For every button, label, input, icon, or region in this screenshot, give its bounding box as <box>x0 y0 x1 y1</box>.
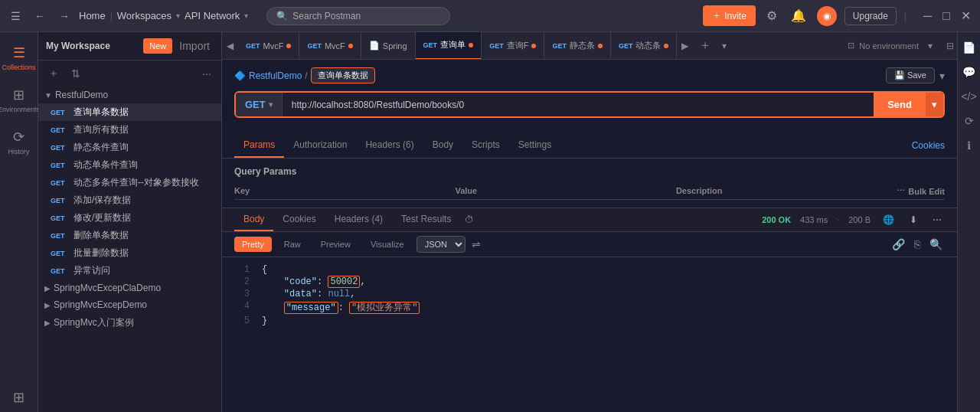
list-item[interactable]: GET 批量删除数据 <box>38 244 221 262</box>
docs-button[interactable]: 📄 <box>959 38 978 57</box>
sort-button[interactable]: ⇅ <box>67 66 84 81</box>
tab-prev-button[interactable]: ◀ <box>222 32 238 60</box>
res-tab-headers[interactable]: Headers (4) <box>325 208 392 231</box>
tab-params[interactable]: Params <box>234 133 284 158</box>
forward-button[interactable]: → <box>54 7 74 25</box>
tab-add-button[interactable]: ＋ <box>693 38 717 54</box>
comments-button[interactable]: 💬 <box>959 63 978 81</box>
list-item[interactable]: GET 修改/更新数据 <box>38 209 221 227</box>
link-button[interactable]: 🔗 <box>890 236 907 253</box>
copy-button[interactable]: ⎘ <box>912 236 923 253</box>
maximize-button[interactable]: □ <box>939 8 953 23</box>
workspaces-menu[interactable]: Workspaces <box>117 10 172 21</box>
save-button[interactable]: 💾 Save <box>886 67 935 83</box>
list-item[interactable]: GET 添加/保存数据 <box>38 191 221 209</box>
format-select[interactable]: JSON XML HTML Text <box>416 236 466 253</box>
res-tab-cookies[interactable]: Cookies <box>273 208 325 231</box>
bulk-edit-label: Bulk Edit <box>908 187 945 196</box>
add-collection-button[interactable]: ＋ <box>44 65 63 82</box>
tab-more-button[interactable]: ▾ <box>717 32 731 60</box>
method-select[interactable]: GET ▾ <box>236 93 283 116</box>
menu-button[interactable]: ☰ <box>6 7 25 25</box>
upgrade-button[interactable]: Upgrade <box>844 7 897 25</box>
breadcrumb-base[interactable]: RestfulDemo <box>249 70 302 81</box>
save-dropdown[interactable]: ▾ <box>939 67 945 83</box>
tab-headers[interactable]: Headers (6) <box>356 133 423 158</box>
sidebar-item-collections[interactable]: ☰ Collections <box>2 38 36 77</box>
import-button[interactable]: Import <box>175 38 214 54</box>
search-response-button[interactable]: 🔍 <box>927 236 945 253</box>
list-item[interactable]: GET 异常访问 <box>38 262 221 280</box>
code-button[interactable]: </> <box>958 87 979 106</box>
minimize-button[interactable]: ─ <box>920 8 935 23</box>
tab-item[interactable]: GET 静态条 <box>544 32 611 60</box>
res-tab-body[interactable]: Body <box>234 208 273 231</box>
send-button[interactable]: Send <box>874 93 926 116</box>
more-options-button[interactable]: ··· <box>198 66 215 81</box>
tab-scripts[interactable]: Scripts <box>462 133 509 158</box>
home-link[interactable]: Home <box>79 10 106 21</box>
url-bar: GET ▾ Send ▾ <box>234 91 945 118</box>
collections-panel: My Workspace New Import ＋ ⇅ ··· ▼ Restfu… <box>38 32 222 412</box>
list-item[interactable]: GET 动态单条件查询 <box>38 156 221 174</box>
tab-item[interactable]: GET 查询F <box>482 32 544 60</box>
new-button[interactable]: New <box>143 38 172 54</box>
invite-button[interactable]: ＋ Invite <box>703 5 756 26</box>
globe-icon[interactable]: 🌐 <box>880 211 897 228</box>
search-placeholder: Search Postman <box>292 11 361 21</box>
back-button[interactable]: ← <box>30 7 50 25</box>
bulk-edit-button[interactable]: ⋯ Bulk Edit <box>897 186 945 196</box>
download-icon[interactable]: ⬇ <box>906 211 920 228</box>
tab-item[interactable]: GET 动态条 <box>611 32 678 60</box>
collection-folder-springmvcexcepdemo[interactable]: ▶ SpringMvcExcepDemo <box>38 296 221 313</box>
collection-folder-springmvcexcepclademo[interactable]: ▶ SpringMvcExcepClaDemo <box>38 280 221 296</box>
api-network-menu[interactable]: API Network <box>185 10 240 21</box>
line-content: "data": null, <box>262 289 355 299</box>
send-dropdown-button[interactable]: ▾ <box>926 93 943 116</box>
res-tab-test-results[interactable]: Test Results <box>392 208 460 231</box>
url-input[interactable] <box>283 93 874 116</box>
response-more-button[interactable]: ⋯ <box>929 211 945 228</box>
search-bar[interactable]: 🔍 Search Postman <box>266 7 450 25</box>
tab-item[interactable]: GET MvcF <box>238 32 299 60</box>
pretty-button[interactable]: Pretty <box>234 237 272 252</box>
env-dropdown[interactable]: ▾ <box>923 32 937 60</box>
list-item[interactable]: GET 删除单条数据 <box>38 227 221 244</box>
tab-item-spring[interactable]: 📄 Spring <box>361 32 416 60</box>
profile-button[interactable]: ◉ <box>817 6 837 26</box>
tab-label: MvcF <box>263 41 284 51</box>
close-button[interactable]: ✕ <box>958 8 974 23</box>
tab-authorization[interactable]: Authorization <box>284 133 356 158</box>
editor-toggle-button[interactable]: ⊟ <box>943 38 957 54</box>
method-badge: GET <box>51 109 69 116</box>
collection-folder-restfuldemo[interactable]: ▼ RestfulDemo <box>38 87 221 103</box>
collection-folder-springmvc[interactable]: ▶ SpringMvc入门案例 <box>38 313 221 332</box>
tab-item-active[interactable]: GET 查询单 <box>416 32 482 60</box>
sidebar-item-apps[interactable]: ⊞ <box>2 383 36 412</box>
wrap-button[interactable]: ⇌ <box>472 238 481 250</box>
list-item[interactable]: GET 查询单条数据 <box>38 103 221 121</box>
cookies-link[interactable]: Cookies <box>912 134 945 157</box>
tab-next-button[interactable]: ▶ <box>677 32 693 60</box>
info-button[interactable]: ℹ <box>964 136 974 155</box>
settings-button[interactable]: ⚙ <box>763 5 780 26</box>
list-item[interactable]: GET 查询所有数据 <box>38 121 221 139</box>
list-item[interactable]: GET 静态条件查询 <box>38 139 221 156</box>
refresh-button[interactable]: ⟳ <box>962 112 977 130</box>
collection-name: SpringMvc入门案例 <box>54 316 134 329</box>
list-item[interactable]: GET 动态多条件查询--对象参数接收 <box>38 174 221 191</box>
response-history-button[interactable]: ⏱ <box>460 214 479 225</box>
tab-item[interactable]: GET MvcF <box>299 32 361 60</box>
response-area: Body Cookies Headers (4) Test Results ⏱ … <box>222 208 957 412</box>
response-size: 200 B <box>848 215 871 224</box>
sidebar-item-history[interactable]: ⟳ History <box>2 123 36 162</box>
raw-button[interactable]: Raw <box>276 237 309 252</box>
method-badge: GET <box>51 250 69 257</box>
sidebar-item-environments[interactable]: ⊞ Environments <box>2 80 36 119</box>
notifications-button[interactable]: 🔔 <box>788 5 809 26</box>
tab-settings[interactable]: Settings <box>509 133 560 158</box>
tab-body[interactable]: Body <box>423 133 462 158</box>
code-line: 4 "message": "模拟业务异常" <box>234 300 945 315</box>
preview-button[interactable]: Preview <box>313 237 358 252</box>
visualize-button[interactable]: Visualize <box>363 237 412 252</box>
